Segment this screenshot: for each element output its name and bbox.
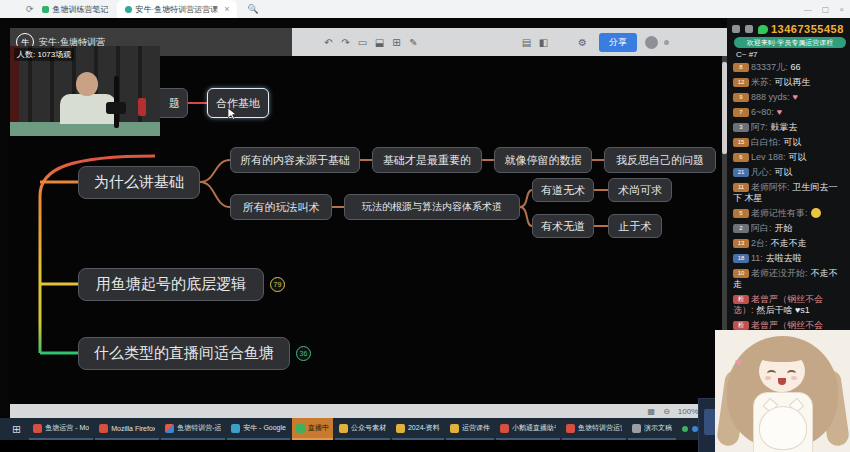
taskbar-item-folder-3[interactable]: 运营课件 [446, 418, 494, 440]
chat-username: 老师还没开始: [751, 268, 808, 278]
mindmap-node-t1b1x[interactable]: 有道无术 [532, 178, 594, 202]
red-can [138, 98, 146, 116]
chat-message: 5老师记性有事: [733, 208, 846, 219]
chat-text: 66 [791, 62, 801, 72]
start-button[interactable]: ⊞ [12, 423, 21, 436]
minimize-icon[interactable]: — [804, 5, 812, 14]
maximize-icon[interactable]: ▢ [822, 5, 830, 14]
badge-count: 79 [274, 281, 282, 288]
taskbar-item-folder-1[interactable]: 公众号素材 [335, 418, 390, 440]
undo-icon[interactable]: ↶ [320, 37, 337, 48]
mindmap-node-t1b1y1[interactable]: 止于术 [608, 214, 662, 238]
chat-message: 76~80:♥ [733, 107, 846, 118]
search-icon[interactable]: 🔍 [247, 4, 258, 14]
taskbar-label: 演示文稿 [644, 423, 672, 433]
chat-message: 1811:去啦去啦 [733, 253, 846, 264]
mindmap-node-t1b1[interactable]: 玩法的根源与算法内容体系术道 [344, 194, 520, 220]
wechat-number: 13467355458 [771, 23, 844, 35]
outline-icon[interactable]: ▤ [518, 37, 535, 48]
shape-icon[interactable]: ▭ [354, 37, 371, 48]
browser-tab-2[interactable]: 安牛·鱼塘特训营运营课 × [117, 0, 238, 18]
mindmap-node-t1b1y[interactable]: 有术无道 [532, 214, 594, 238]
redo-icon[interactable]: ↷ [337, 37, 354, 48]
webcam-desk [10, 122, 160, 136]
grid-toggle-icon[interactable]: ▦ [648, 407, 656, 416]
taskbar-label: 鱼塘运营 - Mo [45, 423, 89, 433]
chat-message: 2阿白:开始 [733, 223, 846, 234]
taskbar-item-camp[interactable]: 鱼塘特训营-运营 [161, 418, 225, 440]
chat-username: 白白怕: [751, 137, 781, 147]
reload-icon[interactable]: ⟳ [26, 4, 34, 14]
selected-node-label: 合作基地 [216, 96, 260, 111]
mindmap-node-t1b1x1[interactable]: 术尚可求 [608, 178, 672, 202]
fan-badge: 13 [733, 239, 749, 248]
collapsed-count-badge-t2[interactable]: 79 [270, 277, 285, 292]
chat-message: 粉老曾严（钢丝不会选）:然后干啥 ♥s1 [733, 294, 846, 316]
doc-icon [632, 424, 641, 433]
settings-icon[interactable]: ⚙ [574, 37, 591, 48]
share-button[interactable]: 分享 [599, 33, 637, 52]
mindmap-node-selected[interactable]: 合作基地 [207, 88, 269, 118]
microphone [106, 102, 126, 114]
chat-username: 阿7: [751, 122, 768, 132]
tab1-title: 鱼塘训练营笔记 [53, 4, 109, 15]
chat-text: 不走不走 [771, 238, 807, 248]
webcam-person-head [76, 72, 98, 96]
chat-username: 2台: [751, 238, 768, 248]
taskbar-item-active[interactable]: 直播中 [292, 418, 333, 440]
edit-icon[interactable]: ✎ [405, 37, 422, 48]
chat-text: 开始 [775, 223, 793, 233]
chat-text: 可以 [784, 137, 802, 147]
theme-icon[interactable]: ⬓ [371, 37, 388, 48]
tray-icon-green[interactable] [682, 426, 688, 432]
taskbar-label: 公众号素材 [351, 423, 386, 433]
browser-tab-1[interactable]: 鱼塘训练营笔记 [34, 0, 117, 18]
close-icon[interactable]: × [839, 5, 844, 14]
taskbar-item-firefox-2[interactable]: Mozilla Firefox [95, 418, 159, 440]
taskbar-item-firefox-1[interactable]: 鱼塘运营 - Mo [29, 418, 93, 440]
node-label: 就像停留的数据 [505, 153, 582, 168]
tray-icon-blue[interactable] [692, 426, 698, 432]
root-node-label: 题 [169, 96, 180, 111]
mindmap-node-t1a[interactable]: 所有的内容来源于基础 [230, 147, 360, 173]
taskbar-item-xiaoetong[interactable]: 小鹅通直播助手 [496, 418, 560, 440]
folder-icon [450, 424, 459, 433]
fan-badge: 6 [733, 153, 749, 162]
node-label: 我反思自己的问题 [616, 153, 704, 168]
viewer-count-caption: 人数: 1073场观 [14, 48, 74, 61]
mindmap-node-t3[interactable]: 什么类型的直播间适合鱼塘 [78, 337, 290, 370]
mindmap-status-bar: ▦ ⊖ 100% ⊕ [10, 404, 727, 418]
zoom-level: 100% [678, 407, 698, 416]
style-icon[interactable]: ◧ [535, 37, 552, 48]
app-icon [165, 424, 174, 433]
browser-tab-bar: ⟳ 鱼塘训练营笔记 安牛·鱼塘特训营运营课 × 🔍 — ▢ × [0, 0, 850, 19]
anime-mascot-overlay: ♥ [715, 330, 850, 452]
mindmap-node-t1a2[interactable]: 就像停留的数据 [494, 147, 592, 173]
chat-subline: C~ #7 [736, 50, 758, 59]
zoom-out-icon[interactable]: ⊖ [663, 407, 670, 416]
collapsed-count-badge-t3[interactable]: 36 [296, 346, 311, 361]
chat-username: Lev 188: [751, 152, 786, 162]
mindmap-node-t1[interactable]: 为什么讲基础 [78, 166, 200, 199]
taskbar-item-folder-2[interactable]: 2024-资料 [392, 418, 444, 440]
mindmap-node-t2[interactable]: 用鱼塘起号的底层逻辑 [78, 268, 264, 301]
taskbar-item-chrome[interactable]: 安牛 - Google [227, 418, 290, 440]
tab2-favicon [125, 6, 132, 13]
avatar[interactable] [645, 36, 658, 49]
tab1-favicon [42, 6, 49, 13]
mindmap-node-t1b[interactable]: 所有的玩法叫术 [230, 194, 332, 220]
fan-badge: 3 [733, 123, 749, 132]
mindmap-node-t1a3[interactable]: 我反思自己的问题 [604, 147, 716, 173]
mindmap-node-t1a1[interactable]: 基础才是最重要的 [372, 147, 482, 173]
window-controls: — ▢ × [804, 0, 844, 18]
chat-message: 883337儿:66 [733, 62, 846, 73]
grid-icon[interactable]: ⊞ [388, 37, 405, 48]
taskbar-item-doc[interactable]: 演示文稿 [628, 418, 676, 440]
more-icon[interactable] [664, 40, 669, 45]
taskbar-item-course[interactable]: 鱼塘特训营运营课 [562, 418, 626, 440]
app-icon [500, 424, 509, 433]
chat-message: 11老师阿怀:卫生间去一下 木星 [733, 182, 846, 204]
mascot-blush [765, 376, 771, 380]
webcam-overlay: 人数: 1073场观 [10, 46, 160, 136]
tab-close-icon[interactable]: × [224, 4, 229, 14]
